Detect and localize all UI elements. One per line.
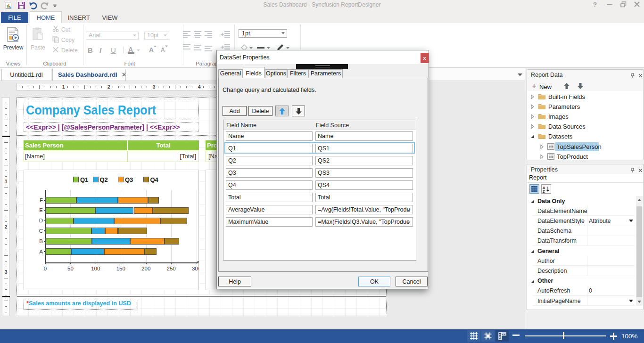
- svg-text:Z: Z: [543, 189, 545, 193]
